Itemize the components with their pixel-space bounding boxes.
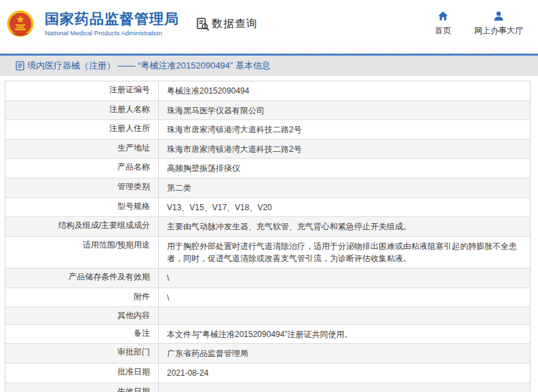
table-row: 备注本文件与“粤械注准20152090494”注册证共同使用。 [5,324,530,344]
table-row: 附件\ [5,288,530,307]
data-query-module[interactable]: 数据查询 [195,17,258,31]
nav-item-service-hall[interactable]: 网上办事大厅 [474,11,523,37]
row-label: 注册人住所 [5,120,159,139]
org-name-en: National Medical Products Administration [45,29,179,37]
row-value: \ [159,288,530,307]
table-row: 批准日期2021-08-24 [5,363,530,383]
row-label: 结构及组成/主要组成成分 [5,217,159,236]
page-title: 境内医疗器械（注册） —— “粤械注准20152090494” 基本信息 [27,60,271,72]
header-nav: 首页 网上办事大厅 [435,11,523,37]
row-value [159,307,530,324]
row-value: 2021-08-24 [159,364,530,383]
table-row: 型号规格V13、V15、V17、V18、V20 [5,197,530,217]
row-value: 珠海市唐家湾镇港湾大道科技二路2号 [159,120,530,139]
row-value: 广东省药品监督管理局 [159,344,530,363]
table-row: 注册人名称珠海黑马医学仪器有限公司 [5,100,530,120]
row-label: 其他内容 [5,307,159,324]
row-label: 产品储存条件及有效期 [5,269,159,288]
org-name: 国家药品监督管理局 [45,11,179,27]
table-row: 产品名称高频胸壁振荡排痰仪 [5,158,530,178]
row-label: 产品名称 [5,159,159,178]
table-row: 其他内容 [5,307,530,324]
home-icon [438,11,448,22]
row-value: 主要由气动脉冲发生器、充气软管、充气背心和紧急停止开关组成。 [159,217,530,236]
row-label: 管理类别 [5,178,159,197]
row-label: 生产地址 [5,140,159,159]
table-row: 管理类别第二类 [5,178,530,197]
table-row: 审批部门广东省药品监督管理局 [5,343,530,363]
org-title-block: 国家药品监督管理局 National Medical Products Admi… [45,11,179,36]
nmpa-emblem-logo [7,10,34,37]
content-area: 注册证编号粤械注准20152090494注册人名称珠海黑马医学仪器有限公司注册人… [5,81,533,392]
table-row: 注册人住所珠海市唐家湾镇港湾大道科技二路2号 [5,119,530,139]
row-label: 批准日期 [5,364,159,383]
person-icon [493,11,504,22]
site-header: 国家药品监督管理局 National Medical Products Admi… [0,0,538,47]
row-value: \ [159,269,530,288]
nav-label-service-hall: 网上办事大厅 [474,25,523,37]
row-label: 适用范围/预期用途 [5,237,159,268]
row-label: 注册证编号 [5,81,159,100]
row-value [159,383,530,392]
nav-label-home: 首页 [435,25,451,37]
table-row: 适用范围/预期用途用于胸腔外部处置时进行气道清除治疗，适用于分泌物排出困难或由粘… [5,236,530,268]
row-label: 注册人名称 [5,101,159,120]
table-row: 生产地址珠海市唐家湾镇港湾大道科技二路2号 [5,139,530,159]
page-title-bar: 境内医疗器械（注册） —— “粤械注准20152090494” 基本信息 [0,56,538,76]
row-value: 粤械注准20152090494 [159,81,530,100]
row-value: 本文件与“粤械注准20152090494”注册证共同使用。 [159,325,530,344]
stripe-band [0,47,538,54]
row-label: 审批部门 [5,344,159,363]
table-row: 生效日期 [5,383,530,392]
row-label: 生效日期 [5,383,159,392]
data-query-label: 数据查询 [212,17,258,31]
row-value: 用于胸腔外部处置时进行气道清除治疗，适用于分泌物排出困难或由粘液阻塞引起的肺膨胀… [159,237,530,268]
row-value: 第二类 [159,178,530,197]
row-value: V13、V15、V17、V18、V20 [159,198,530,217]
nav-item-home[interactable]: 首页 [435,11,451,37]
row-label: 型号规格 [5,198,159,217]
row-label: 附件 [5,288,159,307]
table-row: 结构及组成/主要组成成分主要由气动脉冲发生器、充气软管、充气背心和紧急停止开关组… [5,216,530,236]
document-icon [16,61,24,71]
data-query-icon [195,17,210,31]
table-row: 注册证编号粤械注准20152090494 [5,81,530,100]
row-value: 珠海市唐家湾镇港湾大道科技二路2号 [159,140,530,159]
table-row: 产品储存条件及有效期\ [5,268,530,288]
row-value: 珠海黑马医学仪器有限公司 [159,101,530,120]
info-table: 注册证编号粤械注准20152090494注册人名称珠海黑马医学仪器有限公司注册人… [5,81,531,392]
row-value: 高频胸壁振荡排痰仪 [159,159,530,178]
row-label: 备注 [5,325,159,344]
